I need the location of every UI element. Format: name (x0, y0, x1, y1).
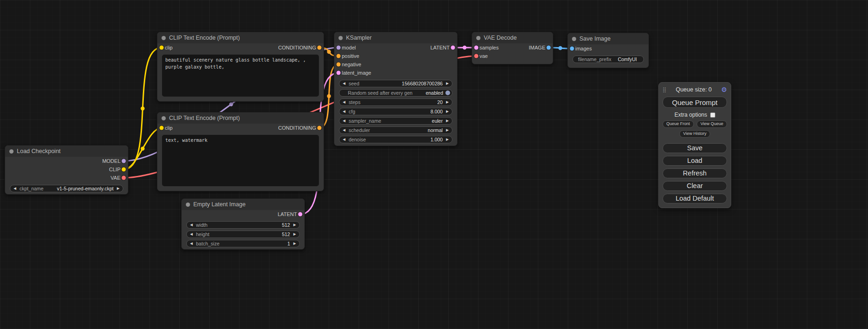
sampler-name-widget[interactable]: ◀ sampler_name euler ▶ (339, 117, 452, 125)
next-arrow-icon[interactable]: ▶ (446, 110, 449, 113)
next-arrow-icon[interactable]: ▶ (446, 100, 449, 104)
next-arrow-icon[interactable]: ▶ (446, 138, 449, 141)
scheduler-widget[interactable]: ◀ scheduler normal ▶ (339, 126, 452, 134)
extra-options-row: Extra options (663, 112, 727, 118)
widget-label: steps (349, 99, 360, 105)
clip-input-port[interactable] (160, 126, 164, 130)
next-arrow-icon[interactable]: ▶ (117, 187, 120, 190)
conditioning-output-port[interactable] (318, 126, 322, 130)
prompt-textarea[interactable]: text, watermark (162, 135, 319, 186)
latent-output-port[interactable] (298, 212, 303, 217)
width-widget[interactable]: ◀ width 512 ▶ (186, 221, 300, 229)
prev-arrow-icon[interactable]: ◀ (190, 232, 193, 236)
prev-arrow-icon[interactable]: ◀ (343, 110, 346, 113)
node-title-bar[interactable]: VAE Decode (472, 32, 553, 43)
latent-image-input-port[interactable] (337, 71, 341, 75)
output-label: CONDITIONING (278, 125, 316, 131)
refresh-button[interactable]: Refresh (663, 168, 727, 178)
height-widget[interactable]: ◀ height 512 ▶ (186, 231, 300, 238)
negative-input-port[interactable] (337, 63, 341, 67)
node-save-image[interactable]: Save Image images filename_prefix ComfyU… (567, 33, 649, 68)
collapse-dot-icon[interactable] (186, 203, 190, 207)
seed-widget[interactable]: ◀ seed 156680208700286 ▶ (339, 80, 452, 87)
prompt-textarea[interactable]: beautiful scenery nature glass bottle la… (162, 55, 319, 97)
node-title-bar[interactable]: Load Checkpoint (5, 146, 128, 157)
node-title-bar[interactable]: CLIP Text Encode (Prompt) (157, 112, 324, 124)
filename-prefix-widget[interactable]: filename_prefix ComfyUI (572, 56, 644, 63)
input-label: positive (342, 53, 359, 59)
next-arrow-icon[interactable]: ▶ (293, 242, 296, 245)
vae-output-port[interactable] (122, 176, 126, 180)
view-queue-button[interactable]: View Queue (697, 120, 727, 128)
queue-prompt-button[interactable]: Queue Prompt (663, 97, 727, 108)
node-clip-text-encode-positive[interactable]: CLIP Text Encode (Prompt) clip CONDITION… (157, 32, 324, 102)
menu-header: ⣿ Queue size: 0 ⚙ (663, 84, 727, 95)
images-input-port[interactable] (570, 47, 574, 51)
clear-button[interactable]: Clear (663, 181, 727, 191)
next-arrow-icon[interactable]: ▶ (446, 119, 449, 123)
model-output-port[interactable] (122, 159, 126, 163)
node-graph-canvas[interactable]: Load Checkpoint MODEL CLIP VAE ◀ ckpt_na… (0, 0, 868, 329)
port-row: vae (472, 52, 553, 60)
samples-input-port[interactable] (474, 46, 479, 50)
port-row: negative (334, 60, 457, 69)
prev-arrow-icon[interactable]: ◀ (343, 128, 346, 132)
collapse-dot-icon[interactable] (162, 116, 166, 120)
positive-input-port[interactable] (337, 54, 341, 58)
prev-arrow-icon[interactable]: ◀ (190, 242, 193, 245)
collapse-dot-icon[interactable] (9, 149, 14, 154)
ckpt-name-widget[interactable]: ◀ ckpt_name v1-5-pruned-emaonly.ckpt ▶ (10, 185, 123, 192)
prev-arrow-icon[interactable]: ◀ (343, 100, 346, 104)
extra-options-checkbox[interactable] (710, 112, 715, 118)
queue-front-button[interactable]: Queue Front (663, 120, 694, 128)
load-button[interactable]: Load (663, 156, 727, 166)
node-title-bar[interactable]: KSampler (334, 32, 457, 43)
node-title-bar[interactable]: Save Image (568, 33, 649, 44)
collapse-dot-icon[interactable] (339, 36, 343, 40)
next-arrow-icon[interactable]: ▶ (293, 223, 296, 227)
prev-arrow-icon[interactable]: ◀ (343, 82, 346, 85)
next-arrow-icon[interactable]: ▶ (293, 232, 296, 236)
vae-input-port[interactable] (474, 54, 479, 58)
node-vae-decode[interactable]: VAE Decode samples IMAGE vae (472, 32, 553, 64)
clip-output-port[interactable] (122, 168, 126, 172)
node-title-bar[interactable]: CLIP Text Encode (Prompt) (157, 32, 324, 43)
denoise-widget[interactable]: ◀ denoise 1.000 ▶ (339, 136, 452, 143)
output-row: LATENT (182, 210, 304, 218)
toggle-indicator[interactable] (445, 91, 450, 95)
model-input-port[interactable] (337, 46, 341, 50)
widget-value: 1.000 (430, 137, 443, 142)
prev-arrow-icon[interactable]: ◀ (343, 119, 346, 123)
steps-widget[interactable]: ◀ steps 20 ▶ (339, 98, 452, 106)
collapse-dot-icon[interactable] (476, 36, 480, 40)
conditioning-output-port[interactable] (318, 46, 322, 50)
prev-arrow-icon[interactable]: ◀ (190, 223, 193, 227)
prev-arrow-icon[interactable]: ◀ (14, 187, 16, 190)
batch-size-widget[interactable]: ◀ batch_size 1 ▶ (186, 240, 300, 247)
random-seed-toggle-widget[interactable]: Random seed after every gen enabled (339, 89, 452, 97)
latent-output-port[interactable] (451, 46, 455, 50)
node-clip-text-encode-negative[interactable]: CLIP Text Encode (Prompt) clip CONDITION… (157, 112, 324, 191)
output-label: LATENT (430, 45, 450, 50)
node-title-bar[interactable]: Empty Latent Image (182, 199, 304, 210)
node-empty-latent-image[interactable]: Empty Latent Image LATENT ◀ width 512 ▶ … (181, 198, 305, 250)
next-arrow-icon[interactable]: ▶ (446, 82, 449, 85)
image-output-port[interactable] (547, 46, 551, 50)
view-history-button[interactable]: View History (679, 130, 710, 138)
drag-handle-icon[interactable]: ⣿ (663, 87, 666, 93)
cfg-widget[interactable]: ◀ cfg 8.000 ▶ (339, 108, 452, 115)
extra-options-label: Extra options (674, 112, 707, 118)
collapse-dot-icon[interactable] (162, 36, 166, 40)
save-button[interactable]: Save (663, 143, 727, 153)
collapse-dot-icon[interactable] (572, 37, 576, 41)
next-arrow-icon[interactable]: ▶ (446, 128, 449, 132)
prev-arrow-icon[interactable]: ◀ (343, 138, 346, 141)
node-ksampler[interactable]: KSampler model LATENT positive negative … (334, 32, 458, 146)
input-label: vae (480, 53, 488, 59)
input-label: samples (480, 45, 499, 50)
node-load-checkpoint[interactable]: Load Checkpoint MODEL CLIP VAE ◀ ckpt_na… (5, 145, 128, 195)
settings-gear-icon[interactable]: ⚙ (721, 86, 727, 93)
load-default-button[interactable]: Load Default (663, 194, 727, 203)
clip-input-port[interactable] (160, 46, 164, 50)
widget-label: sampler_name (349, 118, 381, 124)
